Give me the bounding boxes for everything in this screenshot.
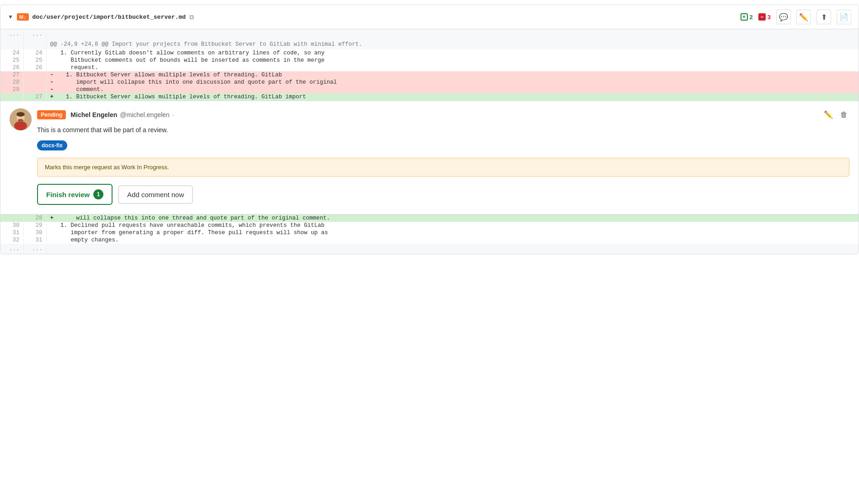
svg-point-1 bbox=[14, 121, 27, 130]
table-row: 32 31 empty changes. bbox=[0, 236, 859, 244]
separator: · bbox=[172, 111, 174, 118]
line-num-new: 31 bbox=[23, 236, 46, 244]
table-row: 25 25 Bitbucket comments out of bounds w… bbox=[0, 57, 859, 64]
table-row: 27 - 1. Bitbucket Server allows multiple… bbox=[0, 71, 859, 79]
line-content: request. bbox=[46, 64, 859, 71]
line-content-ellipsis bbox=[46, 29, 859, 39]
stat-added: + 2 bbox=[741, 13, 753, 21]
line-num-old: 31 bbox=[0, 229, 23, 236]
author-handle: @michel.engelen bbox=[120, 111, 169, 118]
line-num-old: ... bbox=[0, 244, 23, 254]
line-num-new: 24 bbox=[23, 49, 46, 57]
pending-badge: Pending bbox=[37, 110, 66, 119]
line-num-new bbox=[23, 71, 46, 79]
line-content-ellipsis bbox=[46, 244, 859, 254]
review-actions: Finish review 1 Add comment now bbox=[37, 184, 849, 205]
file-button[interactable]: 📄 bbox=[837, 10, 851, 24]
line-num-old bbox=[0, 93, 23, 101]
line-content-removed: - 1. Bitbucket Server allows multiple le… bbox=[46, 71, 859, 79]
svg-point-4 bbox=[18, 119, 23, 122]
diff-header-left: ▼ M↓ doc/user/project/import/bitbucket_s… bbox=[8, 13, 737, 21]
table-row: 28 + will collapse this into one thread … bbox=[0, 214, 859, 222]
md-badge: M↓ bbox=[17, 13, 29, 21]
hunk-line-num-old bbox=[0, 39, 23, 49]
line-num-old: 24 bbox=[0, 49, 23, 57]
line-num-new: 25 bbox=[23, 57, 46, 64]
table-row: 29 - comment. bbox=[0, 86, 859, 93]
line-content: importer from generating a proper diff. … bbox=[46, 229, 859, 236]
diff-ellipsis-row-bottom: ... ... bbox=[0, 244, 859, 254]
avatar bbox=[10, 108, 32, 130]
file-path: doc/user/project/import/bitbucket_server… bbox=[32, 14, 186, 21]
edit-button[interactable]: ✏️ bbox=[796, 10, 811, 24]
finish-review-label: Finish review bbox=[46, 191, 90, 198]
line-content: Bitbucket comments out of bounds will be… bbox=[46, 57, 859, 64]
finish-review-button[interactable]: Finish review 1 bbox=[37, 184, 113, 205]
wip-notice: Marks this merge request as Work In Prog… bbox=[37, 158, 849, 177]
line-num-old: 25 bbox=[0, 57, 23, 64]
line-content: empty changes. bbox=[46, 236, 859, 244]
label-badge-container: docs-fix bbox=[37, 140, 849, 158]
diff-header-right: + 2 − 3 💬 ✏️ ⬆ 📄 bbox=[741, 10, 851, 24]
delete-comment-button[interactable]: 🗑 bbox=[838, 108, 849, 121]
wip-notice-text: Marks this merge request as Work In Prog… bbox=[45, 164, 169, 171]
add-comment-label: Add comment now bbox=[127, 191, 184, 198]
avatar-image bbox=[10, 108, 32, 130]
line-num-old: 28 bbox=[0, 79, 23, 86]
comment-content: Pending Michel Engelen @michel.engelen ·… bbox=[37, 108, 849, 205]
stat-removed: − 3 bbox=[758, 13, 771, 21]
line-num-new: ... bbox=[23, 29, 46, 39]
line-num-new: 27 bbox=[23, 93, 46, 101]
copy-path-icon[interactable]: ⧉ bbox=[189, 13, 194, 21]
table-row: 24 24 1. Currently GitLab doesn't allow … bbox=[0, 49, 859, 57]
line-num-new: 26 bbox=[23, 64, 46, 71]
line-content: 1. Currently GitLab doesn't allow commen… bbox=[46, 49, 859, 57]
diff-table-after: 28 + will collapse this into one thread … bbox=[0, 214, 859, 254]
line-num-old: 27 bbox=[0, 71, 23, 79]
diff-table-before: ... ... @@ -24,9 +24,8 @@ Import your pr… bbox=[0, 29, 859, 101]
review-count-badge: 1 bbox=[93, 189, 103, 199]
upload-button[interactable]: ⬆ bbox=[816, 10, 831, 24]
hunk-line-num-new bbox=[23, 39, 46, 49]
docs-fix-label: docs-fix bbox=[37, 140, 67, 150]
svg-point-3 bbox=[16, 112, 25, 117]
line-num-old: 26 bbox=[0, 64, 23, 71]
diff-container: ▼ M↓ doc/user/project/import/bitbucket_s… bbox=[0, 5, 859, 254]
table-row: 30 29 1. Declined pull requests have unr… bbox=[0, 222, 859, 229]
comment-text: This is a comment that will be part of a… bbox=[37, 125, 849, 135]
line-content-added: + 1. Bitbucket Server allows multiple le… bbox=[46, 93, 859, 101]
line-num-old: 30 bbox=[0, 222, 23, 229]
line-num-new: ... bbox=[23, 244, 46, 254]
line-num-old: 29 bbox=[0, 86, 23, 93]
comment-header: Pending Michel Engelen @michel.engelen ·… bbox=[37, 108, 849, 121]
hunk-content: @@ -24,9 +24,8 @@ Import your projects f… bbox=[46, 39, 859, 49]
table-row: 31 30 importer from generating a proper … bbox=[0, 229, 859, 236]
line-content-added: + will collapse this into one thread and… bbox=[46, 214, 859, 222]
table-row: 28 - import will collapse this into one … bbox=[0, 79, 859, 86]
line-content-removed: - import will collapse this into one dis… bbox=[46, 79, 859, 86]
add-comment-button[interactable]: Add comment now bbox=[118, 185, 193, 204]
line-num-new: 30 bbox=[23, 229, 46, 236]
hunk-header-row: @@ -24,9 +24,8 @@ Import your projects f… bbox=[0, 39, 859, 49]
edit-comment-button[interactable]: ✏️ bbox=[822, 108, 835, 121]
line-num-old: 32 bbox=[0, 236, 23, 244]
line-num-old bbox=[0, 214, 23, 222]
removed-lines-icon: − bbox=[758, 13, 766, 21]
author-name: Michel Engelen bbox=[70, 111, 117, 118]
diff-ellipsis-row-top: ... ... bbox=[0, 29, 859, 39]
line-content-removed: - comment. bbox=[46, 86, 859, 93]
line-num-new: 28 bbox=[23, 214, 46, 222]
table-row: 27 + 1. Bitbucket Server allows multiple… bbox=[0, 93, 859, 101]
line-num-new bbox=[23, 79, 46, 86]
comment-section: Pending Michel Engelen @michel.engelen ·… bbox=[0, 101, 859, 214]
line-num-new bbox=[23, 86, 46, 93]
line-num-new: 29 bbox=[23, 222, 46, 229]
comment-toggle-button[interactable]: 💬 bbox=[776, 10, 791, 24]
added-lines-icon: + bbox=[741, 13, 748, 21]
diff-header: ▼ M↓ doc/user/project/import/bitbucket_s… bbox=[0, 5, 859, 29]
table-row: 26 26 request. bbox=[0, 64, 859, 71]
line-num-old: ... bbox=[0, 29, 23, 39]
collapse-icon[interactable]: ▼ bbox=[8, 14, 13, 20]
comment-action-buttons: ✏️ 🗑 bbox=[822, 108, 849, 121]
line-content: 1. Declined pull requests have unreachab… bbox=[46, 222, 859, 229]
